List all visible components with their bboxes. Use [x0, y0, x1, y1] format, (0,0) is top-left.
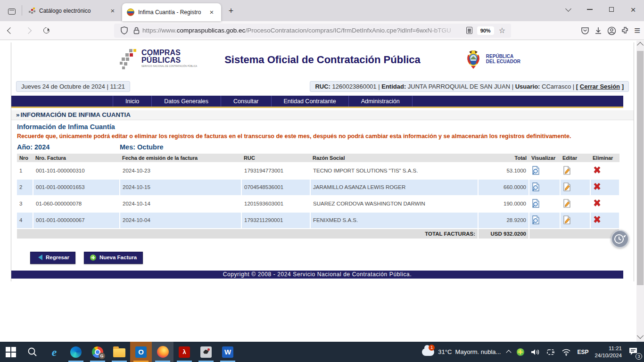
menu-hamburger-icon[interactable]: ≡ [634, 25, 640, 36]
nav-item-consultar[interactable]: Consultar [221, 96, 272, 107]
antivirus-icon[interactable] [517, 348, 524, 356]
cell-editar [560, 196, 590, 212]
editar-icon[interactable] [563, 166, 570, 176]
nav-item-inicio[interactable]: Inicio [113, 96, 152, 107]
list-tabs-chevron-icon[interactable] [557, 0, 579, 19]
restore-button[interactable] [601, 0, 622, 19]
temperature: 31°C [438, 348, 452, 355]
firefox-view-button[interactable] [4, 4, 20, 18]
taskbar-acrobat[interactable]: λ [173, 342, 195, 362]
close-button[interactable]: × [622, 0, 644, 19]
extensions-icon[interactable] [621, 26, 629, 35]
taskbar-word[interactable]: W [217, 342, 239, 362]
visualizar-icon[interactable] [532, 182, 540, 192]
back-button[interactable] [3, 24, 18, 38]
taskbar-app[interactable] [195, 342, 217, 362]
search-button[interactable] [22, 342, 43, 362]
logout-link[interactable]: Cerrar Sesión [580, 83, 620, 90]
eliminar-icon[interactable] [593, 199, 601, 208]
total-facturas-label: TOTAL FACTURAS: [17, 229, 478, 239]
notification-count-badge: 3 [636, 353, 642, 360]
nav-item-entidad-contratante[interactable]: Entidad Contratante [272, 96, 349, 107]
new-tab-button[interactable]: + [224, 4, 238, 18]
minimize-button[interactable] [579, 0, 601, 19]
clock-icon [613, 232, 627, 246]
weather-widget[interactable]: 1 31°C Mayorm. nubla... [420, 348, 501, 356]
bookmark-star-icon[interactable]: ☆ [499, 26, 505, 35]
download-icon[interactable] [594, 26, 603, 35]
taskbar-chrome[interactable]: G [87, 342, 108, 362]
taskbar-file-explorer[interactable] [108, 342, 130, 362]
column-header-visualizar: Visualizar [529, 154, 560, 163]
year-month-row: Año: 2024 Mes: Octubre [11, 142, 634, 154]
scroll-down-icon[interactable] [637, 332, 644, 339]
wifi-icon[interactable] [561, 348, 571, 356]
editar-icon[interactable] [563, 199, 570, 209]
shield-icon[interactable] [121, 26, 128, 34]
republica-del-ecuador-logo: REPÚBLICA DEL ECUADOR [464, 48, 520, 70]
tab-close-icon[interactable]: × [108, 6, 117, 16]
reader-view-icon[interactable] [466, 27, 472, 34]
speaker-icon[interactable] [530, 348, 540, 356]
cell-fecha: 2024-10-15 [120, 179, 241, 196]
tab-catalogo-electronico[interactable]: Catálogo electrónico × [23, 2, 122, 19]
taskbar-outlook[interactable]: O [130, 342, 152, 362]
scroll-up-icon[interactable] [637, 42, 644, 49]
tab-infima-cuantia[interactable]: Infima Cuantía - Registro × [122, 3, 221, 21]
visualizar-icon[interactable] [532, 215, 540, 225]
cell-ruc: 1793211290001 [241, 212, 310, 229]
cell-total: 53.1000 [478, 163, 529, 179]
visualizar-icon[interactable] [532, 166, 540, 176]
taskbar-firefox[interactable] [152, 342, 173, 362]
eliminar-icon[interactable] [593, 216, 601, 224]
nav-item-datos-generales[interactable]: Datos Generales [152, 96, 221, 107]
virtual-desktop-icon[interactable] [546, 348, 555, 356]
tab-title: Infima Cuantía - Registro [138, 9, 203, 16]
hidden-icons-chevron-icon[interactable] [506, 350, 512, 355]
taskbar-edge[interactable] [65, 342, 87, 362]
main-navigation: InicioDatos GeneralesConsultarEntidad Co… [11, 96, 623, 108]
ruc-value: 1260023860001 [332, 83, 377, 90]
copyright-footer: Copyright © 2008 - 2024 Servicio Naciona… [11, 271, 623, 279]
pocket-icon[interactable] [581, 26, 589, 35]
cell-razon-social: JARAMILLO ASANZA LEWIS ROGER [310, 179, 478, 196]
eliminar-icon[interactable] [593, 166, 601, 175]
url-bar[interactable]: https://www.compraspublicas.gob.ec/Proce… [114, 24, 511, 38]
clock-date[interactable]: 11:21 24/10/2024 [594, 345, 622, 359]
screen: Catálogo electrónico × Infima Cuantía - … [0, 0, 644, 362]
app-icon [200, 346, 212, 358]
edge-icon [70, 346, 82, 358]
cell-total: 190.0000 [478, 196, 529, 212]
nueva-factura-button[interactable]: Nueva Factura [84, 252, 143, 264]
republic-line2: DEL ECUADOR [486, 59, 520, 65]
reload-button[interactable] [39, 24, 54, 38]
action-buttons: Regresar Nueva Factura [30, 252, 634, 264]
user-label: Usuario: [515, 83, 540, 90]
url-text[interactable]: https://www.compraspublicas.gob.ec/Proce… [142, 27, 464, 34]
visualizar-icon[interactable] [532, 199, 540, 209]
notification-center-button[interactable]: 3 [628, 346, 640, 358]
cell-nro: 2 [17, 179, 33, 196]
floating-clock-widget[interactable] [611, 230, 629, 248]
forward-button[interactable] [21, 24, 36, 38]
taskbar-internet-explorer[interactable]: e [43, 342, 65, 362]
scrollbar-thumb[interactable] [637, 51, 644, 285]
total-row-filler [529, 229, 619, 239]
lock-icon[interactable] [133, 27, 140, 34]
back-arrow-icon [35, 255, 42, 260]
tab-close-icon[interactable]: × [207, 8, 216, 17]
eliminar-icon[interactable] [593, 183, 601, 191]
section-title: Información de Infima Cuantía [11, 120, 634, 131]
entity-value: JUNTA PARROQUIAL DE SAN JUAN [408, 83, 510, 90]
account-icon[interactable] [607, 26, 616, 35]
regresar-button[interactable]: Regresar [30, 252, 75, 264]
cell-total: 660.0000 [478, 179, 529, 196]
zoom-level-indicator[interactable]: 90% [477, 26, 494, 35]
start-button[interactable] [0, 342, 22, 362]
nav-item-administración[interactable]: Administración [349, 96, 413, 107]
editar-icon[interactable] [563, 215, 570, 225]
editar-icon[interactable] [563, 182, 570, 192]
language-indicator[interactable]: ESP [577, 349, 588, 355]
page-scrollbar[interactable] [636, 41, 644, 342]
site-header: COMPRAS PÚBLICAS SERVICIO NACIONAL DE CO… [11, 42, 634, 80]
